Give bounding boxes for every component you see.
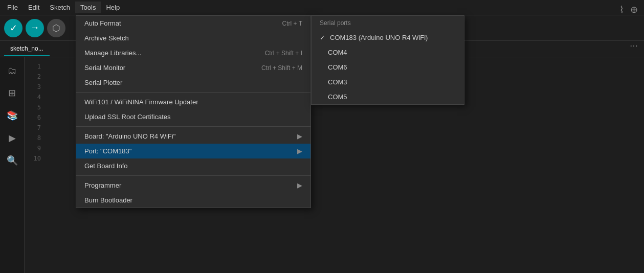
- separator-3: [76, 175, 310, 176]
- tools-board[interactable]: Board: "Arduino UNO R4 WiFi" ▶: [76, 129, 310, 144]
- debug-button[interactable]: ⬡: [47, 19, 65, 37]
- port-com5[interactable]: COM5: [312, 89, 464, 104]
- sidebar-folder-icon[interactable]: 🗂: [3, 61, 21, 80]
- line-1: 1: [25, 61, 41, 72]
- verify-button[interactable]: ✓: [4, 19, 23, 37]
- line-numbers: 1 2 3 4 5 6 7 8 9 10: [25, 57, 45, 168]
- tools-programmer[interactable]: Programmer ▶: [76, 178, 310, 193]
- port-com6[interactable]: COM6: [312, 60, 464, 75]
- sidebar-layers-icon[interactable]: ⊞: [3, 84, 21, 102]
- port-submenu-arrow: ▶: [297, 147, 302, 155]
- tools-ssl-certs[interactable]: Upload SSL Root Certificates: [76, 109, 310, 124]
- sidebar-book-icon[interactable]: 📚: [3, 106, 21, 125]
- sidebar-search-icon[interactable]: 🔍: [3, 151, 21, 170]
- tools-burn-bootloader[interactable]: Burn Bootloader: [76, 193, 310, 208]
- port-com183[interactable]: ✓ COM183 (Arduino UNO R4 WiFi): [312, 30, 464, 45]
- sidebar-debug-icon[interactable]: ▶: [3, 129, 21, 147]
- programmer-submenu-arrow: ▶: [297, 181, 302, 189]
- line-10: 10: [25, 153, 41, 164]
- tab-sketch[interactable]: sketch_no...: [4, 42, 50, 56]
- menu-tools[interactable]: Tools: [75, 2, 101, 13]
- menu-file[interactable]: File: [2, 2, 23, 13]
- menu-edit[interactable]: Edit: [23, 2, 45, 13]
- line-6: 6: [25, 112, 41, 123]
- board-submenu-arrow: ▶: [297, 132, 302, 140]
- tools-manage-libraries[interactable]: Manage Libraries... Ctrl + Shift + I: [76, 46, 310, 60]
- tools-auto-format[interactable]: Auto Format Ctrl + T: [76, 16, 310, 31]
- serial-ports-header: Serial ports: [312, 16, 464, 30]
- menu-sketch[interactable]: Sketch: [45, 2, 75, 13]
- port-submenu: Serial ports ✓ COM183 (Arduino UNO R4 Wi…: [311, 15, 464, 105]
- tools-wifi-updater[interactable]: WiFi101 / WiFiNINA Firmware Updater: [76, 95, 310, 109]
- line-5: 5: [25, 102, 41, 112]
- line-7: 7: [25, 123, 41, 133]
- tools-serial-plotter[interactable]: Serial Plotter: [76, 75, 310, 90]
- separator-2: [76, 126, 310, 127]
- sidebar: 🗂 ⊞ 📚 ▶ 🔍: [0, 57, 25, 273]
- port-com4[interactable]: COM4: [312, 45, 464, 60]
- line-3: 3: [25, 82, 41, 92]
- port-com3[interactable]: COM3: [312, 75, 464, 89]
- menu-help[interactable]: Help: [101, 2, 125, 13]
- tools-get-board-info[interactable]: Get Board Info: [76, 158, 310, 173]
- board-icon[interactable]: ⊕: [630, 4, 638, 15]
- tools-dropdown: Auto Format Ctrl + T Archive Sketch Mana…: [76, 15, 311, 208]
- upload-button[interactable]: →: [26, 19, 44, 37]
- line-9: 9: [25, 143, 41, 153]
- top-right-icons: ⌇ ⊕: [619, 4, 638, 15]
- line-4: 4: [25, 92, 41, 102]
- line-8: 8: [25, 133, 41, 143]
- check-icon: ✓: [320, 34, 328, 41]
- tools-serial-monitor[interactable]: Serial Monitor Ctrl + Shift + M: [76, 60, 310, 75]
- waveform-icon[interactable]: ⌇: [619, 4, 624, 15]
- separator-1: [76, 92, 310, 93]
- line-2: 2: [25, 72, 41, 82]
- tools-port[interactable]: Port: "COM183" ▶: [76, 144, 310, 158]
- menu-bar: File Edit Sketch Tools Help: [0, 0, 644, 15]
- tools-archive-sketch[interactable]: Archive Sketch: [76, 31, 310, 46]
- more-options-icon[interactable]: ⋯: [630, 41, 638, 51]
